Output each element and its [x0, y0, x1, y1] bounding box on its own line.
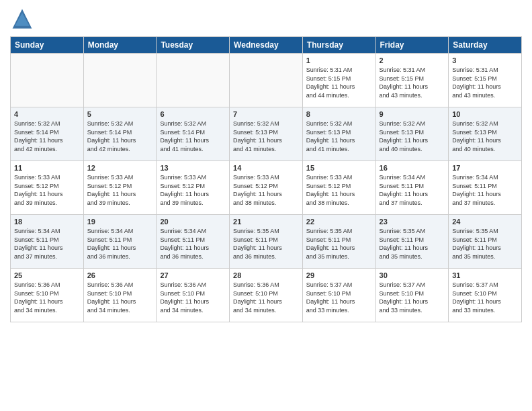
- day-number: 9: [380, 110, 445, 118]
- day-info: Sunrise: 5:35 AMSunset: 5:11 PMDaylight:…: [233, 227, 299, 261]
- day-number: 11: [14, 164, 80, 172]
- day-info: Sunrise: 5:32 AMSunset: 5:14 PMDaylight:…: [87, 120, 153, 153]
- calendar-cell: 17Sunrise: 5:34 AMSunset: 5:11 PMDayligh…: [449, 161, 522, 215]
- day-info: Sunrise: 5:34 AMSunset: 5:11 PMDaylight:…: [452, 173, 518, 207]
- day-header-friday: Friday: [375, 37, 449, 54]
- day-info: Sunrise: 5:32 AMSunset: 5:13 PMDaylight:…: [380, 120, 445, 153]
- calendar-cell: [157, 54, 230, 107]
- day-info: Sunrise: 5:34 AMSunset: 5:11 PMDaylight:…: [14, 227, 80, 261]
- calendar-cell: 28Sunrise: 5:36 AMSunset: 5:10 PMDayligh…: [230, 269, 303, 322]
- day-number: 15: [306, 164, 372, 172]
- calendar-week-5: 25Sunrise: 5:36 AMSunset: 5:10 PMDayligh…: [11, 269, 522, 322]
- calendar-cell: [83, 54, 157, 107]
- day-number: 14: [233, 164, 299, 172]
- day-number: 7: [233, 110, 299, 118]
- day-number: 22: [306, 218, 372, 226]
- calendar-week-1: 1Sunrise: 5:31 AMSunset: 5:15 PMDaylight…: [11, 54, 522, 107]
- calendar-cell: 18Sunrise: 5:34 AMSunset: 5:11 PMDayligh…: [11, 215, 84, 269]
- day-info: Sunrise: 5:37 AMSunset: 5:10 PMDaylight:…: [452, 281, 518, 314]
- day-info: Sunrise: 5:37 AMSunset: 5:10 PMDaylight:…: [306, 281, 372, 314]
- calendar-cell: 12Sunrise: 5:33 AMSunset: 5:12 PMDayligh…: [83, 161, 157, 215]
- calendar-cell: 4Sunrise: 5:32 AMSunset: 5:14 PMDaylight…: [11, 107, 84, 161]
- calendar-cell: 27Sunrise: 5:36 AMSunset: 5:10 PMDayligh…: [157, 269, 230, 322]
- day-number: 28: [233, 271, 299, 279]
- calendar-cell: [230, 54, 303, 107]
- calendar-cell: 23Sunrise: 5:35 AMSunset: 5:11 PMDayligh…: [375, 215, 449, 269]
- day-header-tuesday: Tuesday: [157, 37, 230, 54]
- day-info: Sunrise: 5:34 AMSunset: 5:11 PMDaylight:…: [380, 173, 445, 207]
- day-info: Sunrise: 5:33 AMSunset: 5:12 PMDaylight:…: [87, 173, 153, 207]
- calendar-table: SundayMondayTuesdayWednesdayThursdayFrid…: [10, 36, 522, 322]
- calendar-cell: 3Sunrise: 5:31 AMSunset: 5:15 PMDaylight…: [449, 54, 522, 107]
- day-number: 19: [87, 218, 153, 226]
- day-info: Sunrise: 5:32 AMSunset: 5:14 PMDaylight:…: [14, 120, 80, 153]
- calendar-cell: 10Sunrise: 5:32 AMSunset: 5:13 PMDayligh…: [449, 107, 522, 161]
- day-info: Sunrise: 5:34 AMSunset: 5:11 PMDaylight:…: [87, 227, 153, 261]
- calendar-cell: 15Sunrise: 5:33 AMSunset: 5:12 PMDayligh…: [302, 161, 375, 215]
- day-number: 21: [233, 218, 299, 226]
- day-info: Sunrise: 5:31 AMSunset: 5:15 PMDaylight:…: [452, 66, 518, 99]
- day-number: 16: [380, 164, 445, 172]
- day-info: Sunrise: 5:33 AMSunset: 5:12 PMDaylight:…: [14, 173, 80, 207]
- calendar-cell: 7Sunrise: 5:32 AMSunset: 5:13 PMDaylight…: [230, 107, 303, 161]
- calendar-cell: 16Sunrise: 5:34 AMSunset: 5:11 PMDayligh…: [375, 161, 449, 215]
- day-header-sunday: Sunday: [11, 37, 84, 54]
- day-number: 4: [14, 110, 80, 118]
- day-number: 6: [160, 110, 226, 118]
- day-number: 26: [87, 271, 153, 279]
- day-info: Sunrise: 5:31 AMSunset: 5:15 PMDaylight:…: [380, 66, 445, 99]
- day-info: Sunrise: 5:31 AMSunset: 5:15 PMDaylight:…: [306, 66, 372, 99]
- logo: [10, 7, 37, 31]
- calendar-cell: 19Sunrise: 5:34 AMSunset: 5:11 PMDayligh…: [83, 215, 157, 269]
- calendar-cell: 2Sunrise: 5:31 AMSunset: 5:15 PMDaylight…: [375, 54, 449, 107]
- calendar-cell: 14Sunrise: 5:33 AMSunset: 5:12 PMDayligh…: [230, 161, 303, 215]
- day-number: 12: [87, 164, 153, 172]
- day-header-wednesday: Wednesday: [230, 37, 303, 54]
- day-number: 1: [306, 56, 372, 64]
- day-number: 17: [452, 164, 518, 172]
- calendar-week-2: 4Sunrise: 5:32 AMSunset: 5:14 PMDaylight…: [11, 107, 522, 161]
- calendar-cell: 24Sunrise: 5:35 AMSunset: 5:11 PMDayligh…: [449, 215, 522, 269]
- day-number: 30: [380, 271, 445, 279]
- day-info: Sunrise: 5:32 AMSunset: 5:13 PMDaylight:…: [452, 120, 518, 153]
- calendar-cell: 26Sunrise: 5:36 AMSunset: 5:10 PMDayligh…: [83, 269, 157, 322]
- day-info: Sunrise: 5:33 AMSunset: 5:12 PMDaylight:…: [306, 173, 372, 207]
- day-number: 10: [452, 110, 518, 118]
- day-number: 31: [452, 271, 518, 279]
- day-number: 23: [380, 218, 445, 226]
- day-info: Sunrise: 5:32 AMSunset: 5:13 PMDaylight:…: [306, 120, 372, 153]
- calendar-cell: [11, 54, 84, 107]
- day-info: Sunrise: 5:36 AMSunset: 5:10 PMDaylight:…: [160, 281, 226, 314]
- day-header-thursday: Thursday: [302, 37, 375, 54]
- calendar-week-3: 11Sunrise: 5:33 AMSunset: 5:12 PMDayligh…: [11, 161, 522, 215]
- day-number: 13: [160, 164, 226, 172]
- day-number: 25: [14, 271, 80, 279]
- day-number: 18: [14, 218, 80, 226]
- day-number: 20: [160, 218, 226, 226]
- day-number: 3: [452, 56, 518, 64]
- day-number: 24: [452, 218, 518, 226]
- day-info: Sunrise: 5:36 AMSunset: 5:10 PMDaylight:…: [87, 281, 153, 314]
- day-info: Sunrise: 5:37 AMSunset: 5:10 PMDaylight:…: [380, 281, 445, 314]
- day-header-saturday: Saturday: [449, 37, 522, 54]
- day-info: Sunrise: 5:35 AMSunset: 5:11 PMDaylight:…: [452, 227, 518, 261]
- day-info: Sunrise: 5:36 AMSunset: 5:10 PMDaylight:…: [233, 281, 299, 314]
- day-info: Sunrise: 5:34 AMSunset: 5:11 PMDaylight:…: [160, 227, 226, 261]
- calendar-cell: 5Sunrise: 5:32 AMSunset: 5:14 PMDaylight…: [83, 107, 157, 161]
- day-number: 27: [160, 271, 226, 279]
- day-info: Sunrise: 5:36 AMSunset: 5:10 PMDaylight:…: [14, 281, 80, 314]
- calendar-cell: 8Sunrise: 5:32 AMSunset: 5:13 PMDaylight…: [302, 107, 375, 161]
- calendar-cell: 11Sunrise: 5:33 AMSunset: 5:12 PMDayligh…: [11, 161, 84, 215]
- day-info: Sunrise: 5:32 AMSunset: 5:14 PMDaylight:…: [160, 120, 226, 153]
- day-info: Sunrise: 5:33 AMSunset: 5:12 PMDaylight:…: [233, 173, 299, 207]
- generalblue-logo-icon: [10, 7, 34, 31]
- day-number: 5: [87, 110, 153, 118]
- day-info: Sunrise: 5:33 AMSunset: 5:12 PMDaylight:…: [160, 173, 226, 207]
- calendar-cell: 6Sunrise: 5:32 AMSunset: 5:14 PMDaylight…: [157, 107, 230, 161]
- calendar-week-4: 18Sunrise: 5:34 AMSunset: 5:11 PMDayligh…: [11, 215, 522, 269]
- day-number: 2: [380, 56, 445, 64]
- day-info: Sunrise: 5:35 AMSunset: 5:11 PMDaylight:…: [306, 227, 372, 261]
- calendar-cell: 13Sunrise: 5:33 AMSunset: 5:12 PMDayligh…: [157, 161, 230, 215]
- calendar-cell: 21Sunrise: 5:35 AMSunset: 5:11 PMDayligh…: [230, 215, 303, 269]
- calendar-cell: 31Sunrise: 5:37 AMSunset: 5:10 PMDayligh…: [449, 269, 522, 322]
